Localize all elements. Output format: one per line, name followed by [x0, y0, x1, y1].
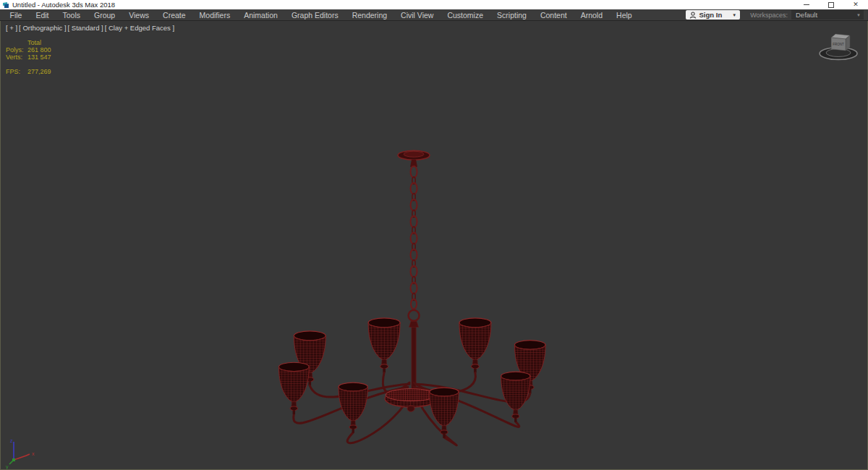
viewport-shading-mode-menu[interactable]: [ Clay + Edged Faces ] — [105, 24, 174, 32]
workspaces-dropdown[interactable]: Default ▼ — [791, 10, 864, 20]
viewcube[interactable]: FRONT — [820, 34, 857, 59]
fps-value: 277,269 — [27, 68, 51, 75]
verts-value: 131 547 — [27, 54, 51, 61]
menu-rendering[interactable]: Rendering — [345, 11, 393, 20]
menu-group[interactable]: Group — [88, 11, 122, 20]
window-controls: ✕ — [794, 0, 868, 9]
sign-in-label: Sign In — [699, 11, 723, 19]
axis-x-label: x — [32, 451, 35, 456]
viewport-label: [ + ] [ Orthographic ] [ Standard ] [ Cl… — [6, 24, 174, 32]
axis-y-label: y — [6, 464, 9, 469]
menu-items: FileEditToolsGroupViewsCreateModifiersAn… — [3, 11, 639, 20]
restore-button[interactable] — [819, 0, 843, 9]
3ds-max-app-icon — [2, 1, 9, 9]
menu-customize[interactable]: Customize — [441, 11, 490, 20]
chandelier-chain — [411, 166, 417, 309]
chevron-down-icon: ▼ — [856, 13, 861, 17]
minimize-button[interactable] — [794, 0, 819, 9]
viewport-pov-menu[interactable]: [ Orthographic ] — [19, 24, 66, 32]
close-button[interactable]: ✕ — [843, 0, 868, 9]
menu-animation[interactable]: Animation — [237, 11, 285, 20]
chevron-down-icon: ▼ — [732, 13, 736, 17]
stats-verts-row: Verts: 131 547 — [6, 54, 51, 61]
fps-label: FPS: — [6, 68, 27, 75]
menu-help[interactable]: Help — [610, 11, 639, 20]
viewport-statistics: Total Polys: 261 800 Verts: 131 547 FPS:… — [6, 39, 51, 75]
viewport-canvas[interactable]: FRONT z x y — [1, 21, 867, 469]
menu-file[interactable]: File — [3, 11, 29, 20]
stats-header-row: Total — [6, 39, 51, 46]
polys-value: 261 800 — [27, 46, 51, 54]
window-title: Untitled - Autodesk 3ds Max 2018 — [12, 1, 115, 9]
world-axis-tripod: z x y — [6, 438, 35, 469]
menu-edit[interactable]: Edit — [29, 11, 56, 20]
titlebar: Untitled - Autodesk 3ds Max 2018 ✕ — [0, 0, 868, 9]
restore-icon — [828, 2, 834, 8]
menu-scripting[interactable]: Scripting — [490, 11, 534, 20]
workspaces-label: Workspaces: — [750, 12, 788, 19]
axis-z-label: z — [10, 438, 13, 443]
viewport[interactable]: [ + ] [ Orthographic ] [ Standard ] [ Cl… — [0, 21, 868, 470]
verts-label: Verts: — [6, 54, 27, 61]
menu-graph-editors[interactable]: Graph Editors — [284, 11, 345, 20]
viewport-shading-quality-menu[interactable]: [ Standard ] — [68, 24, 103, 32]
menu-civil-view[interactable]: Civil View — [394, 11, 441, 20]
menu-content[interactable]: Content — [533, 11, 574, 20]
menu-views[interactable]: Views — [122, 11, 156, 20]
viewcube-front-label: FRONT — [833, 43, 844, 46]
stats-fps-row: FPS: 277,269 — [6, 68, 51, 75]
user-icon — [689, 12, 697, 19]
viewport-general-menu[interactable]: [ + ] — [6, 24, 17, 32]
minimize-icon — [804, 4, 809, 5]
sign-in-button[interactable]: Sign In ▼ — [686, 10, 741, 20]
close-icon: ✕ — [853, 1, 859, 8]
chandelier-wireframe-model[interactable] — [278, 150, 545, 445]
menu-tools[interactable]: Tools — [56, 11, 88, 20]
menubar: FileEditToolsGroupViewsCreateModifiersAn… — [0, 9, 868, 21]
stats-header: Total — [27, 39, 41, 46]
menubar-right: Sign In ▼ Workspaces: Default ▼ — [686, 10, 868, 20]
polys-label: Polys: — [6, 46, 27, 54]
workspaces-value: Default — [796, 11, 817, 19]
menu-modifiers[interactable]: Modifiers — [192, 11, 237, 20]
stats-polys-row: Polys: 261 800 — [6, 46, 51, 54]
menu-arnold[interactable]: Arnold — [574, 11, 609, 20]
menu-create[interactable]: Create — [156, 11, 193, 20]
